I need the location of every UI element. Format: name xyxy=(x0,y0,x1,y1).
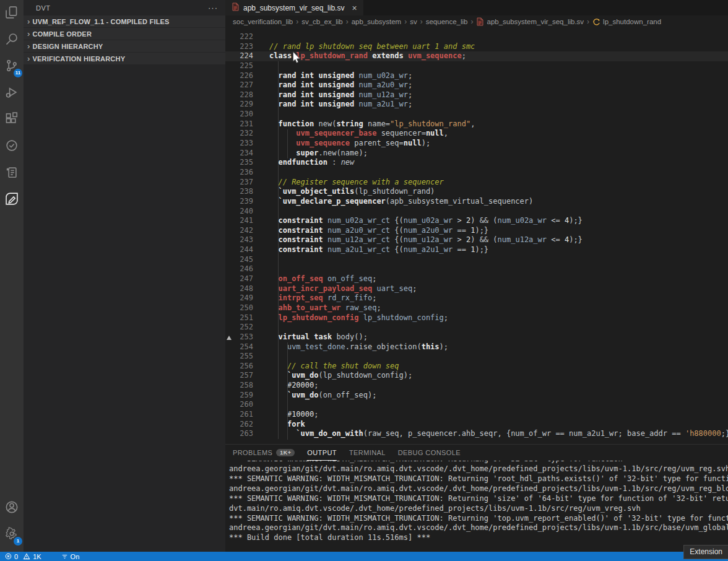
code-line-224[interactable]: 224class lp_shutdown_rand extends uvm_se… xyxy=(225,51,728,61)
extension-button[interactable]: Extension xyxy=(683,545,728,559)
sidebar-section-uvm-ref-flow-1-1-compiled-files[interactable]: ›UVM_REF_FLOW_1.1 - COMPILED FILES xyxy=(24,15,225,27)
activity-bar-item-search[interactable] xyxy=(0,27,24,53)
more-actions-icon[interactable]: ··· xyxy=(208,3,218,12)
panel-tab-terminal[interactable]: TERMINAL xyxy=(349,445,386,461)
code-line-263[interactable]: 263 `uvm_do_on_with(raw_seq, p_sequencer… xyxy=(225,429,728,439)
code-line-246[interactable]: 246 xyxy=(225,264,728,274)
code-line-243[interactable]: 243 constraint num_u12a_wr_ct {(num_u12a… xyxy=(225,235,728,245)
code-line-226[interactable]: 226 rand int unsigned num_u02a_wr; xyxy=(225,71,728,81)
code-line-257[interactable]: 257 `uvm_do(lp_shutdown_config); xyxy=(225,371,728,381)
code-line-231[interactable]: 231 function new(string name="lp_shutdow… xyxy=(225,120,728,129)
code-line-229[interactable]: 229 rand int unsigned num_a2u1_wr; xyxy=(225,100,728,110)
breadcrumb-item[interactable]: apb_subsystem xyxy=(352,18,402,25)
code-line-253[interactable]: 253 virtual task body(); xyxy=(225,333,728,342)
code-line-238[interactable]: 238 `uvm_object_utils(lp_shutdown_rand) xyxy=(225,187,728,197)
extension-button-label: Extension xyxy=(690,547,722,556)
activity-bar-item-requirements[interactable] xyxy=(0,160,24,186)
code-line-241[interactable]: 241 constraint num_u02a_wr_ct {(num_u02a… xyxy=(225,216,728,226)
line-text: uart_incr_payload_seq uart_seq; xyxy=(269,284,417,294)
breadcrumb-item[interactable]: sv xyxy=(410,18,417,25)
code-line-248[interactable]: 248 uart_incr_payload_seq uart_seq; xyxy=(225,284,728,294)
tab-apb-subsystem-vir-seq-lib[interactable]: apb_subsystem_vir_seq_lib.sv × xyxy=(225,0,363,15)
activity-bar-item-run-debug[interactable] xyxy=(0,80,24,107)
code-line-258[interactable]: 258 #20000; xyxy=(225,381,728,391)
warning-count: 1K xyxy=(33,553,41,560)
code-line-228[interactable]: 228 rand int unsigned num_u12a_wr; xyxy=(225,90,728,100)
line-number: 235 xyxy=(225,158,253,168)
breadcrumb-item[interactable]: lp_shutdown_rand xyxy=(592,18,661,26)
code-line-230[interactable]: 230 xyxy=(225,110,728,120)
line-text: virtual task body(); xyxy=(269,333,368,342)
code-line-254[interactable]: 254 uvm_test_done.raise_objection(this); xyxy=(225,342,728,352)
filter-toggle[interactable]: On xyxy=(61,553,80,560)
line-number: 254 xyxy=(225,342,253,352)
line-number: 237 xyxy=(225,178,253,188)
code-line-236[interactable]: 236 xyxy=(225,168,728,178)
code-editor[interactable]: 222223// rand lp shutdown seq between ua… xyxy=(225,28,728,444)
code-line-233[interactable]: 233 uvm_sequence parent_seq=null); xyxy=(225,139,728,149)
panel-tab-output[interactable]: OUTPUT xyxy=(307,445,337,461)
code-line-259[interactable]: 259 `uvm_do(on_off_seq); xyxy=(225,391,728,401)
line-number: 247 xyxy=(225,274,253,284)
code-line-237[interactable]: 237 // Register sequence with a sequence… xyxy=(225,178,728,188)
code-line-262[interactable]: 262 fork xyxy=(225,420,728,430)
code-line-235[interactable]: 235 endfunction : new xyxy=(225,158,728,168)
panel-tab-problems[interactable]: PROBLEMS1K+ xyxy=(233,445,295,461)
code-line-250[interactable]: 250 ahb_to_uart_wr raw_seq; xyxy=(225,303,728,313)
activity-bar-item-dvt-pencil[interactable] xyxy=(0,186,24,213)
output-console[interactable]: *** SEMANTIC WARNING: WIDTH_MISMATCH_TRU… xyxy=(225,461,728,552)
activity-bar-item-verification-seal[interactable] xyxy=(0,133,24,160)
line-number: 246 xyxy=(225,264,253,274)
close-icon[interactable]: × xyxy=(352,3,357,13)
line-text: uvm_sequence parent_seq=null); xyxy=(269,139,430,149)
code-line-223[interactable]: 223// rand lp shutdown seq between uart … xyxy=(225,42,728,52)
code-line-255[interactable]: 255 xyxy=(225,352,728,362)
code-line-249[interactable]: 249 intrpt_seq rd_rx_fifo; xyxy=(225,294,728,303)
code-line-227[interactable]: 227 rand int unsigned num_a2u0_wr; xyxy=(225,80,728,90)
code-line-232[interactable]: 232 uvm_sequencer_base sequencer=null, xyxy=(225,129,728,139)
sidebar-section-verification-hierarchy[interactable]: ›VERIFICATION HIERARCHY xyxy=(24,53,225,64)
chevron-right-icon: › xyxy=(27,54,30,63)
code-line-247[interactable]: 247 on_off_seq on_off_seq; xyxy=(225,274,728,284)
line-text: lp_shutdown_config lp_shutdown_config; xyxy=(269,313,448,323)
code-line-242[interactable]: 242 constraint num_a2u0_wr_ct {(num_a2u0… xyxy=(225,226,728,236)
breadcrumb-item[interactable]: soc_verification_lib xyxy=(233,18,293,25)
sidebar-section-compile-order[interactable]: ›COMPILE ORDER xyxy=(24,28,225,40)
line-number: 227 xyxy=(225,80,253,90)
breadcrumb-separator: › xyxy=(420,17,423,26)
chevron-right-icon: › xyxy=(27,29,30,38)
code-line-244[interactable]: 244 constraint num_a2u1_wr_ct {(num_a2u1… xyxy=(225,245,728,255)
activity-bar-item-explorer[interactable] xyxy=(0,0,24,27)
breadcrumb-label: apb_subsystem xyxy=(352,18,402,25)
requirements-icon xyxy=(5,165,19,181)
breadcrumb-item[interactable]: apb_subsystem_vir_seq_lib.sv xyxy=(476,17,584,26)
panel-tab-debug-console[interactable]: DEBUG CONSOLE xyxy=(398,445,461,461)
line-text: rand int unsigned num_u12a_wr; xyxy=(269,90,412,100)
code-line-256[interactable]: 256 // call the shut down seq xyxy=(225,362,728,372)
code-line-239[interactable]: 239 `uvm_declare_p_sequencer(apb_subsyst… xyxy=(225,197,728,207)
code-line-251[interactable]: 251 lp_shutdown_config lp_shutdown_confi… xyxy=(225,313,728,323)
code-line-234[interactable]: 234 super.new(name); xyxy=(225,149,728,159)
activity-bar-item-extensions[interactable] xyxy=(0,107,24,133)
problems-status[interactable]: 0 1K xyxy=(5,553,41,560)
breadcrumb-item[interactable]: sequence_lib xyxy=(426,18,468,25)
code-line-225[interactable]: 225 xyxy=(225,61,728,71)
line-text: `uvm_object_utils(lp_shutdown_rand) xyxy=(269,187,435,197)
code-line-245[interactable]: 245 xyxy=(225,255,728,265)
code-line-222[interactable]: 222 xyxy=(225,32,728,42)
code-line-260[interactable]: 260 xyxy=(225,400,728,410)
code-line-252[interactable]: 252 xyxy=(225,323,728,333)
badge: 11 xyxy=(14,69,22,77)
activity-bar-item-source-control[interactable]: 11 xyxy=(0,53,24,80)
code-line-240[interactable]: 240 xyxy=(225,207,728,217)
sidebar-section-design-hierarchy[interactable]: ›DESIGN HIERARCHY xyxy=(24,40,225,52)
breadcrumb-label: sv_cb_ex_lib xyxy=(301,18,342,25)
panel-tab-label: TERMINAL xyxy=(349,449,386,456)
breadcrumb-item[interactable]: sv_cb_ex_lib xyxy=(301,18,342,25)
breadcrumb-separator: › xyxy=(587,17,589,26)
line-text: // call the shut down seq xyxy=(269,362,399,372)
code-line-261[interactable]: 261 #10000; xyxy=(225,410,728,420)
activity-bar-item-settings-gear[interactable]: 1 xyxy=(0,521,24,548)
line-number: 248 xyxy=(225,284,253,294)
activity-bar-item-account[interactable] xyxy=(0,495,24,521)
